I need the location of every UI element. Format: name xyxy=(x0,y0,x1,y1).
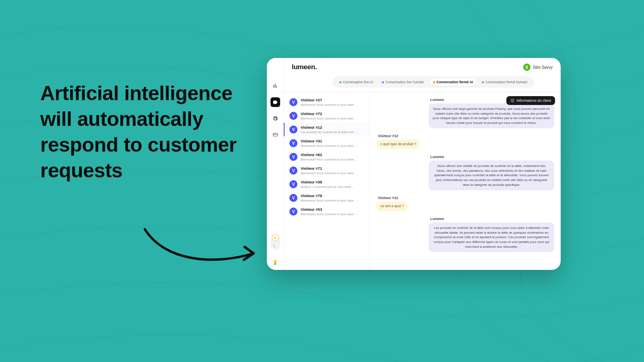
message-bubble: ca sert a quoi ? xyxy=(376,202,408,211)
conversation-preview: Bienvenue! Nous sommes ici pour aider … xyxy=(301,117,358,120)
app-window: ☀ ☾ 💡 lumeen. S Slim Savvy Conversation … xyxy=(267,58,561,270)
filter-bar: Conversation live AIConversation live hu… xyxy=(284,76,561,92)
visitor-avatar: V xyxy=(289,153,297,161)
visitor-avatar: V xyxy=(289,125,297,134)
conversation-item[interactable]: VVisiteur #72Bienvenue! Nous sommes ici … xyxy=(284,109,369,123)
nav-rail: ☀ ☾ 💡 xyxy=(267,58,284,270)
conversation-preview: Les produits de contrôle de la taille so… xyxy=(301,130,358,134)
message-sender: Lumeen xyxy=(429,155,554,159)
conversation-preview: Bienvenue! Nous sommes ici pour aider … xyxy=(301,199,358,202)
conversation-preview: Bienvenue! Nous sommes ici pour aider … xyxy=(301,158,358,161)
client-info-button[interactable]: Informations du client xyxy=(506,96,555,105)
conversation-name: Visiteur #78 xyxy=(301,193,358,198)
message-bubble: Les produits de contrôle de la taille so… xyxy=(429,222,554,252)
conversation-preview: Bienvenue! Nous sommes ici pour aider … xyxy=(301,171,358,175)
conversation-name: Visiteur #31 xyxy=(301,139,358,143)
visitor-avatar: V xyxy=(289,167,297,175)
nav-analytics[interactable] xyxy=(271,81,280,90)
conversation-preview: Bienvenue! Nous sommes ici pour aider … xyxy=(301,103,358,107)
filter-pill[interactable]: Conversation live humain xyxy=(379,78,427,86)
status-dot-icon xyxy=(433,81,435,83)
message-bubble: c quel type de produit ? xyxy=(376,140,420,149)
filter-label: Conversation live AI xyxy=(343,80,373,84)
visitor-avatar: V xyxy=(289,180,297,188)
status-dot-icon xyxy=(382,81,384,83)
user-message: Visiteur #12ca sert a quoi ? xyxy=(376,196,554,211)
conversation-item[interactable]: VVisiteur #71Bienvenue! Nous sommes ici … xyxy=(284,164,369,177)
message-bubble: Nous offrons une variété de produits de … xyxy=(429,160,554,190)
theme-toggle[interactable]: ☀ ☾ xyxy=(270,234,280,250)
conversation-item[interactable]: VVisiteur #12Les produits de contrôle de… xyxy=(284,123,369,136)
conversation-item[interactable]: VVisiteur #31Bienvenue! Nous sommes ici … xyxy=(284,136,369,150)
client-info-label: Informations du client xyxy=(516,99,551,103)
nav-settings[interactable] xyxy=(271,114,280,123)
arrow-illustration xyxy=(141,225,262,274)
conversation-preview: Bienvenue! Nous sommes ici pour aider … xyxy=(301,144,358,148)
topbar: lumeen. S Slim Savvy xyxy=(284,58,561,76)
visitor-avatar: V xyxy=(289,98,297,106)
conversation-list[interactable]: VVisiteur #27Bienvenue! Nous sommes ici … xyxy=(284,92,370,270)
user-message: Visiteur #12c quel type de produit ? xyxy=(376,134,554,149)
info-icon xyxy=(510,99,514,103)
brand-logo: lumeen. xyxy=(292,63,317,71)
filter-label: Conversation live humain xyxy=(386,80,424,84)
chat-panel: Informations du client LumeenNous offron… xyxy=(370,92,561,270)
user-menu[interactable]: S Slim Savvy xyxy=(523,64,553,71)
svg-rect-4 xyxy=(512,101,513,102)
sun-icon: ☀ xyxy=(272,235,278,241)
conversation-name: Visiteur #72 xyxy=(301,111,358,116)
message-bubble: Nous offrons une large gamme de produits… xyxy=(429,103,554,128)
moon-icon: ☾ xyxy=(272,243,278,249)
status-dot-icon xyxy=(482,81,484,83)
visitor-avatar: V xyxy=(289,208,297,216)
message-sender: Lumeen xyxy=(429,217,554,221)
message-sender: Visiteur #12 xyxy=(376,134,398,138)
conversation-preview: Bonjour ! Comment puis-je vous aider … xyxy=(301,185,355,189)
promo-headline: Artificial intelligence will automatical… xyxy=(40,80,250,183)
conversation-name: Visiteur #53 xyxy=(301,207,358,212)
user-name: Slim Savvy xyxy=(533,65,553,70)
filter-pills: Conversation live AIConversation live hu… xyxy=(332,76,535,88)
main-panel: lumeen. S Slim Savvy Conversation live A… xyxy=(284,58,561,270)
ai-message: LumeenLes produits de contrôle de la tai… xyxy=(376,217,554,252)
user-avatar: S xyxy=(523,64,530,71)
nav-billing[interactable] xyxy=(271,130,280,139)
conversation-item[interactable]: VVisiteur #38Bonjour ! Comment puis-je v… xyxy=(284,177,369,191)
conversation-name: Visiteur #71 xyxy=(301,166,358,171)
nav-conversations[interactable] xyxy=(270,97,280,107)
filter-pill[interactable]: Conversation live AI xyxy=(336,78,376,86)
conversation-name: Visiteur #12 xyxy=(301,125,358,130)
conversation-item[interactable]: VVisiteur #53Bienvenue! Nous sommes ici … xyxy=(284,205,369,218)
status-dot-icon xyxy=(339,81,341,83)
message-sender: Visiteur #12 xyxy=(376,196,398,200)
conversation-item[interactable]: VVisiteur #78Bienvenue! Nous sommes ici … xyxy=(284,191,369,205)
filter-label: Conversation fermé AI xyxy=(437,80,473,84)
filter-pill[interactable]: Conversation fermé humain xyxy=(479,78,530,86)
visitor-avatar: V xyxy=(289,139,297,147)
help-icon[interactable]: 💡 xyxy=(272,259,278,265)
conversation-name: Visiteur #62 xyxy=(301,152,358,157)
svg-point-3 xyxy=(512,100,513,100)
svg-rect-0 xyxy=(273,134,277,136)
visitor-avatar: V xyxy=(289,112,297,120)
content-area: VVisiteur #27Bienvenue! Nous sommes ici … xyxy=(284,92,561,270)
visitor-avatar: V xyxy=(289,194,297,202)
ai-message: LumeenNous offrons une variété de produi… xyxy=(376,155,554,190)
filter-label: Conversation fermé humain xyxy=(485,80,527,84)
conversation-item[interactable]: VVisiteur #62Bienvenue! Nous sommes ici … xyxy=(284,150,369,164)
filter-pill[interactable]: Conversation fermé AI xyxy=(430,78,476,86)
conversation-preview: Bienvenue! Nous sommes ici pour aider … xyxy=(301,212,358,216)
conversation-name: Visiteur #38 xyxy=(301,180,355,184)
conversation-item[interactable]: VVisiteur #27Bienvenue! Nous sommes ici … xyxy=(284,95,369,109)
conversation-name: Visiteur #27 xyxy=(301,98,358,102)
